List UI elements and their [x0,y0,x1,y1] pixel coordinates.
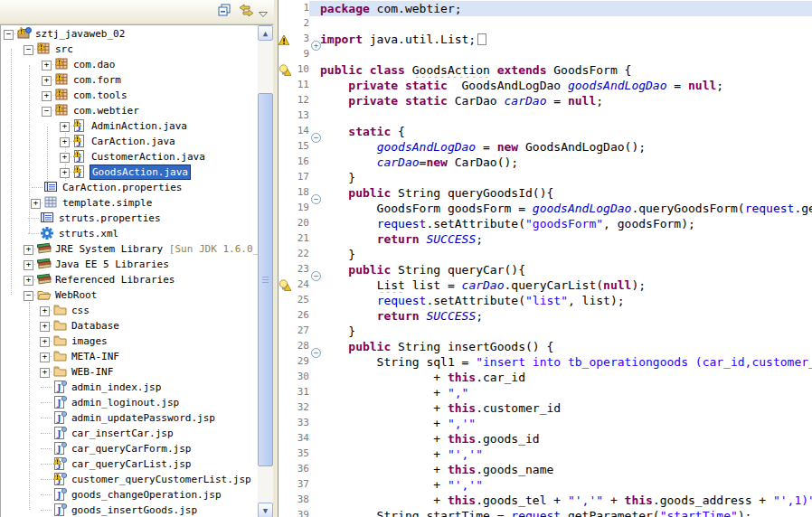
collapse-icon[interactable]: − [4,30,14,40]
code-text[interactable]: + this.car_id [320,370,812,385]
code-line-26[interactable]: 26 return SUCCESS; [279,308,812,324]
tree-item-label[interactable]: JRE System Library [Sun JDK 1.6.0_13] [53,242,259,256]
expand-icon[interactable]: + [40,306,50,316]
tree-item-label[interactable]: WEB-INF [70,365,115,379]
code-text[interactable]: request.setAttribute("list", list); [320,293,812,308]
code-line-20[interactable]: 20 request.setAttribute("goodsForm", goo… [279,216,812,231]
code-line-13[interactable]: 13 [279,108,812,124]
code-line-9[interactable]: 9 [279,47,812,62]
code-line-3[interactable]: 3+import java.util.List; [279,32,812,47]
tree-item-caraction-java[interactable]: +JCarAction.java [1,134,259,149]
expand-icon[interactable]: + [24,245,33,255]
tree-item-label[interactable]: car_insertCar.jsp [70,427,175,440]
expand-icon[interactable]: + [31,199,41,209]
expand-icon[interactable]: + [40,368,50,378]
tree-item-label[interactable]: template.simple [61,196,154,210]
code-text[interactable]: + "," [320,385,812,400]
tree-scrollbar[interactable]: ▲ ▼ [258,24,273,517]
code-text[interactable]: private static CarDao carDao = null; [320,93,812,108]
expand-icon[interactable]: + [42,76,52,86]
tree-item-label[interactable]: admin_updatePassword.jsp [70,411,217,425]
tree-item-label[interactable]: com.dao [71,58,117,71]
code-line-33[interactable]: 33 + ",'" [279,416,812,431]
code-text[interactable]: package com.webtier; [320,1,812,16]
code-text[interactable] [320,16,812,32]
collapse-icon[interactable]: − [24,291,33,301]
tree-item-adminaction-java[interactable]: +JAdminAction.java [1,118,259,134]
tree-item-label[interactable]: admin_loginout.jsp [70,396,181,409]
code-text[interactable]: + this.goods_tel + "','" + this.goods_ad… [320,493,812,508]
code-line-1[interactable]: 1package com.webtier; [279,1,812,16]
code-text[interactable]: + this.goods_id [320,431,812,446]
java-editor[interactable]: 1package com.webtier;23+import java.util… [278,0,812,517]
code-text[interactable]: GoodsForm goodsForm = goodsAndLogDao.que… [320,201,812,216]
code-text[interactable]: String sql1 = "insert into tb_operationg… [320,354,812,370]
expand-icon[interactable]: + [42,61,52,70]
tree-item-label[interactable]: com.form [71,73,123,87]
code-line-24[interactable]: 24 List list = carDao.queryCarList(null)… [279,277,812,293]
code-text[interactable]: + ",'" [320,416,812,431]
code-text[interactable] [320,47,812,62]
tree-item-label[interactable]: Java EE 5 Libraries [53,258,171,271]
tree-item-car-querycarlist-jsp[interactable]: Jcar_queryCarList.jsp [1,456,259,472]
tree-item-label[interactable]: struts.properties [57,212,163,225]
collapse-all-button[interactable] [215,3,235,21]
tree-item-com-form[interactable]: +com.form [1,72,259,88]
tree-item-label[interactable]: car_queryCarForm.jsp [70,442,193,456]
tree-item-label[interactable]: CarAction.java [90,135,177,148]
code-text[interactable]: public String queryCar(){ [320,262,812,277]
code-line-15[interactable]: 15 goodsAndLogDao = new GoodsAndLogDao()… [279,139,812,155]
tree-item-css[interactable]: +css [1,303,259,318]
tree-item-label[interactable]: goods_changeOperation.jsp [70,488,223,502]
tree-item-struts-xml[interactable]: struts.xml [1,226,259,241]
code-text[interactable]: carDao=new CarDao(); [320,155,812,170]
tree-item-label[interactable]: admin_index.jsp [70,381,163,394]
tree-item-label[interactable]: car_queryCarList.jsp [70,457,193,471]
tree-item-template-simple[interactable]: +template.simple [1,195,259,211]
tree-item-label[interactable]: goods_insertGoods.jsp [70,503,199,517]
tree-item-label[interactable]: Referenced Libraries [53,273,176,287]
tree-item-admin-loginout-jsp[interactable]: Jadmin_loginout.jsp [1,395,259,410]
code-line-21[interactable]: 21 return SUCCESS; [279,231,812,247]
tree-item-images[interactable]: +images [1,334,259,349]
expand-icon[interactable]: + [60,137,70,147]
code-line-36[interactable]: 36 + this.goods_name [279,462,812,477]
tree-item-goods-changeoperation-jsp[interactable]: Jgoods_changeOperation.jsp [1,487,259,503]
warning-marker-icon[interactable] [279,32,292,47]
bulb-marker-icon[interactable] [279,62,292,78]
tree-item-customeraction-java[interactable]: +JCustomerAction.java [1,149,259,164]
code-text[interactable]: + "','" [320,477,812,493]
tree-item-label[interactable]: META-INF [70,350,121,363]
code-line-32[interactable]: 32 + this.customer_id [279,400,812,416]
collapse-icon[interactable]: − [24,45,33,55]
code-text[interactable]: public String queryGoodsId(){ [320,185,812,201]
expand-icon[interactable]: + [40,322,50,332]
expand-icon[interactable]: + [42,91,52,101]
code-line-27[interactable]: 27 } [279,324,812,339]
code-text[interactable]: return SUCCESS; [320,231,812,247]
code-text[interactable]: } [320,170,812,185]
scroll-up-button[interactable]: ▲ [258,25,273,41]
tree-item-customer-querycustomerlist-jsp[interactable]: Jcustomer_queryCustomerList.jsp [1,472,259,487]
code-text[interactable]: import java.util.List; [320,32,812,47]
expand-icon[interactable]: + [60,122,70,132]
code-line-34[interactable]: 34 + this.goods_id [279,431,812,446]
tree-item-label[interactable]: struts.xml [57,227,120,240]
expand-icon[interactable]: + [60,168,70,178]
tree-item-database[interactable]: +Database [1,318,259,334]
code-text[interactable]: goodsAndLogDao = new GoodsAndLogDao(); [320,139,812,155]
tree-item-java-ee-5-libraries[interactable]: +Java EE 5 Libraries [1,257,259,272]
code-line-18[interactable]: 18− public String queryGoodsId(){ [279,185,812,201]
code-text[interactable]: public String insertGoods() { [320,339,812,354]
bulb-marker-icon[interactable] [279,277,292,293]
tree-item-com-dao[interactable]: +com.dao [1,57,259,72]
code-line-37[interactable]: 37 + "','" [279,477,812,493]
expand-icon[interactable]: + [40,352,50,362]
code-line-12[interactable]: 12 private static CarDao carDao = null; [279,93,812,108]
tree-item-label[interactable]: WebRoot [53,288,99,302]
code-line-11[interactable]: 11 private static GoodsAndLogDao goodsAn… [279,78,812,93]
code-line-30[interactable]: 30 + this.car_id [279,370,812,385]
tree-item-com-webtier[interactable]: −com.webtier [1,103,259,118]
scroll-down-button[interactable]: ▼ [258,503,273,517]
code-text[interactable]: + this.goods_name [320,462,812,477]
